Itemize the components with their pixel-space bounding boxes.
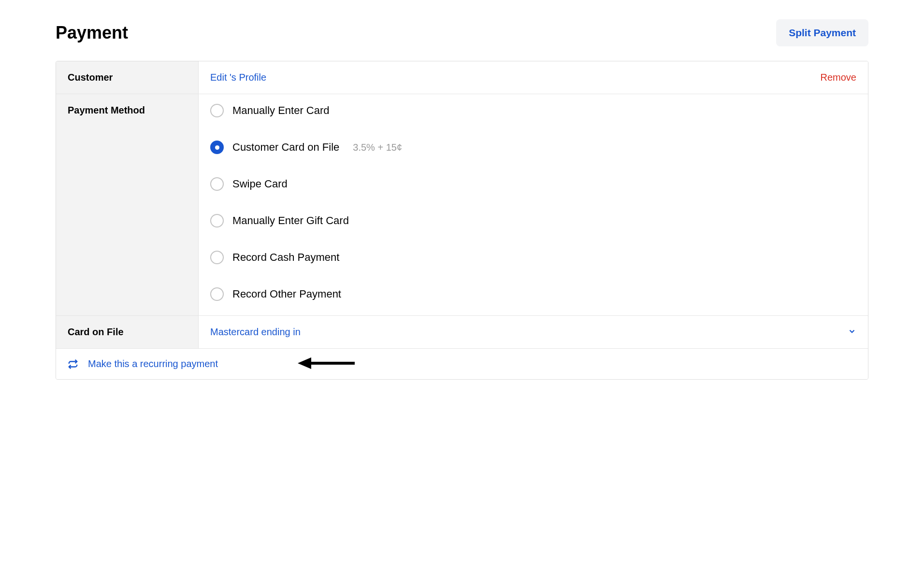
card-on-file-value: Mastercard ending in xyxy=(210,327,301,338)
payment-method-customer-card-on-file[interactable]: Customer Card on File 3.5% + 15¢ xyxy=(210,141,402,154)
payment-method-manually-enter-gift-card[interactable]: Manually Enter Gift Card xyxy=(210,214,402,227)
payment-method-label: Manually Enter Gift Card xyxy=(232,214,349,227)
payment-method-swipe-card[interactable]: Swipe Card xyxy=(210,177,402,191)
card-on-file-select[interactable]: Mastercard ending in xyxy=(199,316,868,348)
radio-icon xyxy=(210,214,224,227)
payment-method-label: Swipe Card xyxy=(232,178,288,190)
svg-marker-1 xyxy=(298,357,311,369)
payment-method-row: Payment Method Manually Enter Card Custo… xyxy=(56,94,868,316)
page-title: Payment xyxy=(56,23,128,43)
payment-method-fee: 3.5% + 15¢ xyxy=(353,142,402,153)
split-payment-button[interactable]: Split Payment xyxy=(776,19,868,46)
customer-section-label: Customer xyxy=(56,61,199,94)
remove-customer-link[interactable]: Remove xyxy=(821,72,856,83)
radio-icon xyxy=(210,141,224,154)
payment-method-label: Customer Card on File xyxy=(232,141,339,154)
customer-row: Customer Edit 's Profile Remove xyxy=(56,61,868,94)
payment-method-label: Record Cash Payment xyxy=(232,251,339,264)
card-on-file-row: Card on File Mastercard ending in xyxy=(56,316,868,349)
chevron-down-icon xyxy=(848,327,856,338)
payment-method-label: Manually Enter Card xyxy=(232,104,330,117)
payment-method-record-other-payment[interactable]: Record Other Payment xyxy=(210,287,402,301)
recurring-payment-row: Make this a recurring payment xyxy=(56,349,868,379)
payment-method-manually-enter-card[interactable]: Manually Enter Card xyxy=(210,104,402,117)
payment-method-section-label: Payment Method xyxy=(56,94,199,315)
payment-method-label: Record Other Payment xyxy=(232,288,341,300)
radio-icon xyxy=(210,177,224,191)
radio-icon xyxy=(210,251,224,264)
make-recurring-link[interactable]: Make this a recurring payment xyxy=(88,358,218,369)
recurring-icon xyxy=(68,359,78,369)
payment-panel: Customer Edit 's Profile Remove Payment … xyxy=(56,61,868,380)
page-header: Payment Split Payment xyxy=(56,19,868,46)
annotation-arrow-icon xyxy=(298,356,356,372)
card-on-file-section-label: Card on File xyxy=(56,316,199,348)
radio-icon xyxy=(210,104,224,117)
payment-method-record-cash-payment[interactable]: Record Cash Payment xyxy=(210,251,402,264)
payment-method-list: Manually Enter Card Customer Card on Fil… xyxy=(199,94,414,315)
edit-profile-link[interactable]: Edit 's Profile xyxy=(210,72,266,83)
radio-icon xyxy=(210,287,224,301)
